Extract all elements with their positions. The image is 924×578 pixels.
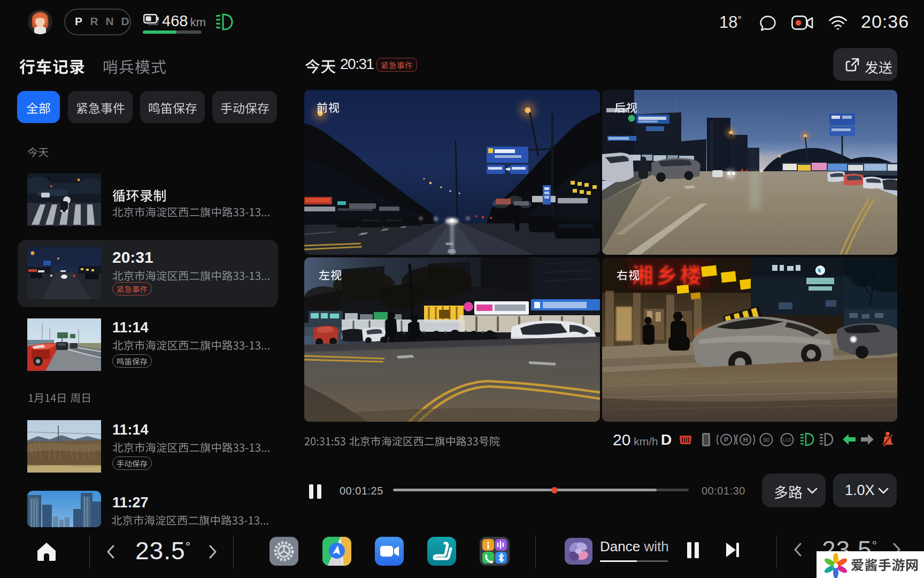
svg-text:H: H — [743, 436, 748, 444]
svg-text:P: P — [724, 436, 728, 444]
svg-text:90: 90 — [763, 437, 769, 443]
svg-text:LCC: LCC — [782, 437, 791, 443]
